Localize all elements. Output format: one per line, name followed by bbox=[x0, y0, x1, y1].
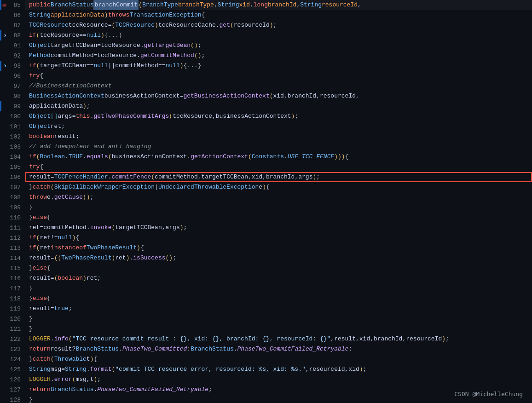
code-line-122: 122 LOGGER.info("TCC resource commit res… bbox=[0, 334, 532, 344]
line-number: 128 bbox=[1, 395, 25, 403]
line-number: 126 bbox=[1, 374, 25, 385]
code-line-121: 121 } bbox=[0, 324, 532, 334]
code-line-99: 99 applicationData); bbox=[0, 101, 532, 111]
code-line-128: 128 } bbox=[0, 395, 532, 403]
line-content: BusinessActionContext businessActionCont… bbox=[25, 91, 532, 101]
code-line-103: 103 // add idempotent and anti hanging bbox=[0, 142, 532, 152]
line-content: } catch (SkipCallbackWrapperException | … bbox=[25, 182, 532, 192]
code-line-124: 124 } catch (Throwable t) { bbox=[0, 354, 532, 364]
code-line-123: 123 return result ? BranchStatus.PhaseTw… bbox=[0, 344, 532, 354]
line-number: 86 bbox=[1, 10, 25, 20]
line-content: Object ret; bbox=[25, 121, 532, 132]
code-line-111: 111 ret = commitMethod.invoke(targetTCCB… bbox=[0, 223, 532, 233]
watermark: CSDN @MichelleChung bbox=[454, 391, 523, 397]
line-content: if (targetTCCBean == null || commitMetho… bbox=[25, 61, 532, 71]
line-content: if (ret instanceof TwoPhaseResult) { bbox=[25, 243, 532, 253]
line-content: String applicationData) throws Transacti… bbox=[25, 10, 532, 20]
line-content: applicationData); bbox=[25, 101, 532, 111]
code-line-105: 105 try { bbox=[0, 162, 532, 172]
line-content: Object targetTCCBean = tccResource.getTa… bbox=[25, 40, 532, 51]
code-line-98: 98 BusinessActionContext businessActionC… bbox=[0, 91, 532, 101]
code-line-87: 87 TCCResource tccResource = (TCCResourc… bbox=[0, 20, 532, 30]
code-line-115: 115 } else { bbox=[0, 263, 532, 273]
line-number: 116 bbox=[1, 273, 25, 283]
line-number: 113 bbox=[1, 243, 25, 253]
code-line-86: 86 String applicationData) throws Transa… bbox=[0, 10, 532, 20]
line-number: 103 bbox=[1, 142, 25, 152]
line-number: 87 bbox=[1, 20, 25, 30]
code-line-101: 101 Object ret; bbox=[0, 121, 532, 132]
code-line-126: 126 LOGGER.error(msg, t); bbox=[0, 374, 532, 385]
line-number: 114 bbox=[1, 253, 25, 263]
line-number: 106 bbox=[1, 172, 25, 182]
code-editor: ⊙85public BranchStatus branchCommit(Bran… bbox=[0, 0, 532, 403]
code-line-85: ⊙85public BranchStatus branchCommit(Bran… bbox=[0, 0, 532, 10]
line-number: 120 bbox=[1, 314, 25, 324]
line-content: result = ((TwoPhaseResult) ret).isSucces… bbox=[25, 253, 532, 263]
code-line-125: 125 String msg = String.format("commit T… bbox=[0, 364, 532, 374]
code-line-114: 114 result = ((TwoPhaseResult) ret).isSu… bbox=[0, 253, 532, 263]
line-content: if (ret != null) { bbox=[25, 233, 532, 243]
line-content: try { bbox=[25, 71, 532, 81]
line-number: 108 bbox=[1, 192, 25, 202]
code-line-107: 107 } catch (SkipCallbackWrapperExceptio… bbox=[0, 182, 532, 192]
line-content: } catch (Throwable t) { bbox=[25, 354, 532, 364]
line-number: 121 bbox=[1, 324, 25, 334]
line-number: 92 bbox=[1, 51, 25, 61]
line-number: ⊙85 bbox=[1, 0, 25, 10]
line-content: if (tccResource == null) {...} bbox=[25, 30, 532, 40]
line-content: Object[] args = this.getTwoPhaseCommitAr… bbox=[25, 111, 532, 121]
line-number: ›88 bbox=[1, 30, 25, 40]
line-content: try { bbox=[25, 162, 532, 172]
line-number: 107 bbox=[1, 182, 25, 192]
code-line-112: 112 if (ret != null) { bbox=[0, 233, 532, 243]
line-number: 97 bbox=[1, 81, 25, 91]
line-number: 98 bbox=[1, 91, 25, 101]
code-line-102: 102 boolean result; bbox=[0, 132, 532, 142]
line-number: 112 bbox=[1, 233, 25, 243]
code-line-93: ›93 if (targetTCCBean == null || commitM… bbox=[0, 61, 532, 71]
line-number: 99 bbox=[1, 101, 25, 111]
line-number: 124 bbox=[1, 354, 25, 364]
line-number: 105 bbox=[1, 162, 25, 172]
line-content: LOGGER.error(msg, t); bbox=[25, 374, 532, 385]
code-line-104: 104 if (Boolean.TRUE.equals(businessActi… bbox=[0, 152, 532, 162]
line-content: return result ? BranchStatus.PhaseTwo_Co… bbox=[25, 344, 532, 354]
code-line-119: 119 result = true; bbox=[0, 304, 532, 314]
line-content: } bbox=[25, 202, 532, 213]
line-number: 111 bbox=[1, 223, 25, 233]
line-content: //BusinessActionContext bbox=[25, 81, 532, 91]
line-content: result = true; bbox=[25, 304, 532, 314]
code-line-106: 106 result = TCCFenceHandler.commitFence… bbox=[0, 172, 532, 182]
line-content: } else { bbox=[25, 213, 532, 223]
line-number: 102 bbox=[1, 132, 25, 142]
line-content: } else { bbox=[25, 294, 532, 304]
code-line-91: 91 Object targetTCCBean = tccResource.ge… bbox=[0, 40, 532, 51]
line-number: 125 bbox=[1, 364, 25, 374]
line-number: 118 bbox=[1, 294, 25, 304]
line-content: throw e.getCause(); bbox=[25, 192, 532, 202]
line-number: 123 bbox=[1, 344, 25, 354]
line-content: String msg = String.format("commit TCC r… bbox=[25, 364, 532, 374]
code-line-100: 100 Object[] args = this.getTwoPhaseComm… bbox=[0, 111, 532, 121]
code-line-88: ›88 if (tccResource == null) {...} bbox=[0, 30, 532, 40]
code-line-118: 118 } else { bbox=[0, 294, 532, 304]
line-content: public BranchStatus branchCommit(BranchT… bbox=[25, 0, 532, 10]
line-content: // add idempotent and anti hanging bbox=[25, 142, 532, 152]
line-content: if (Boolean.TRUE.equals(businessActionCo… bbox=[25, 152, 532, 162]
line-content: ret = commitMethod.invoke(targetTCCBean,… bbox=[25, 223, 532, 233]
line-number: 100 bbox=[1, 111, 25, 121]
line-number: 104 bbox=[1, 152, 25, 162]
line-content: } bbox=[25, 314, 532, 324]
line-number: ›93 bbox=[1, 61, 25, 71]
code-line-113: 113 if (ret instanceof TwoPhaseResult) { bbox=[0, 243, 532, 253]
code-line-97: 97 //BusinessActionContext bbox=[0, 81, 532, 91]
line-content: } bbox=[25, 324, 532, 334]
code-line-120: 120 } bbox=[0, 314, 532, 324]
line-number: 122 bbox=[1, 334, 25, 344]
line-content: boolean result; bbox=[25, 132, 532, 142]
code-line-127: 127 return BranchStatus.PhaseTwo_CommitF… bbox=[0, 385, 532, 395]
line-number: 119 bbox=[1, 304, 25, 314]
line-number: 96 bbox=[1, 71, 25, 81]
code-line-117: 117 } bbox=[0, 283, 532, 294]
